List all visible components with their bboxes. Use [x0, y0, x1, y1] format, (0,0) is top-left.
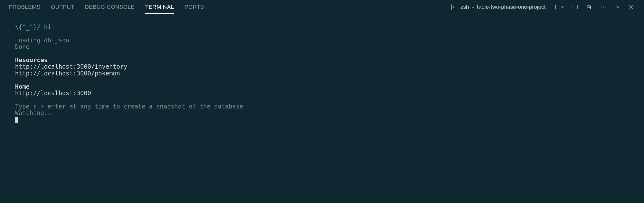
new-terminal-button[interactable] — [552, 3, 560, 11]
tab-problems[interactable]: PROBLEMS — [9, 0, 40, 14]
terminal-project-name: table-two-phase-one-project — [477, 4, 546, 10]
terminal-line: \{^_^}/ hi! — [15, 24, 629, 30]
terminal-line: Watching... — [15, 110, 629, 116]
terminal-blank-line — [15, 77, 629, 83]
panel-actions: zsh - table-two-phase-one-project — [451, 3, 635, 11]
kill-terminal-button[interactable] — [585, 3, 593, 11]
tab-terminal[interactable]: TERMINAL — [145, 0, 174, 14]
terminal-blank-line — [15, 96, 629, 103]
tab-ports[interactable]: PORTS — [184, 0, 204, 14]
terminal-blank-line — [15, 30, 629, 37]
terminal-shell-name: zsh — [460, 4, 469, 10]
terminal-blank-line — [15, 50, 629, 57]
tab-output[interactable]: OUTPUT — [51, 0, 74, 14]
terminal-line: Done — [15, 44, 629, 50]
terminal-output[interactable]: \{^_^}/ hi! Loading db.json Done Resourc… — [0, 14, 644, 128]
new-terminal-group — [552, 3, 565, 11]
new-terminal-dropdown[interactable] — [560, 3, 565, 11]
terminal-line: Home — [15, 83, 629, 90]
ellipsis-icon — [601, 7, 606, 8]
terminal-line: http://localhost:3000 — [15, 90, 629, 96]
more-actions-button[interactable] — [599, 3, 607, 11]
terminal-separator: - — [472, 4, 474, 10]
terminal-line: Resources — [15, 57, 629, 63]
cursor-icon — [15, 117, 18, 123]
terminal-line: Type s + enter at any time to create a s… — [15, 103, 629, 110]
tab-debug-console[interactable]: DEBUG CONSOLE — [85, 0, 135, 14]
terminal-line: http://localhost:3000/pokemon — [15, 70, 629, 77]
terminal-icon — [451, 4, 457, 10]
terminal-line: Loading db.json — [15, 37, 629, 44]
close-panel-button[interactable] — [627, 3, 635, 11]
split-terminal-button[interactable] — [571, 3, 579, 11]
terminal-session-label[interactable]: zsh - table-two-phase-one-project — [451, 4, 546, 10]
terminal-cursor-line — [15, 116, 629, 123]
maximize-panel-button[interactable] — [613, 3, 621, 11]
panel-tabs: PROBLEMS OUTPUT DEBUG CONSOLE TERMINAL P… — [9, 0, 204, 14]
panel-header: PROBLEMS OUTPUT DEBUG CONSOLE TERMINAL P… — [0, 0, 644, 14]
terminal-line: http://localhost:3000/inventory — [15, 63, 629, 70]
